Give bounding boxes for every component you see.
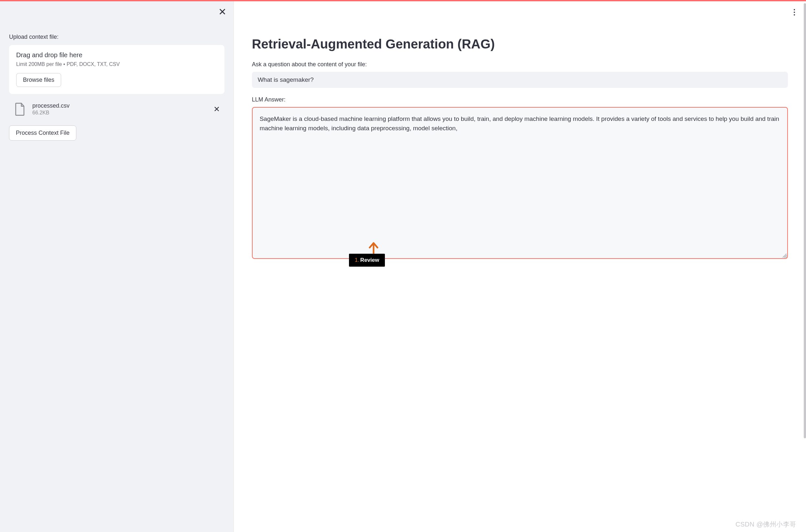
dropzone-hint: Limit 200MB per file • PDF, DOCX, TXT, C… <box>16 61 217 67</box>
answer-label: LLM Answer: <box>252 96 788 103</box>
app-menu-button[interactable] <box>792 7 797 17</box>
annotation-number: 1. <box>355 257 359 263</box>
main-content: Retrieval-Augmented Generation (RAG) Ask… <box>234 1 806 532</box>
uploaded-file-row: processed.csv 66.2KB ✕ <box>9 102 224 116</box>
close-sidebar-button[interactable]: ✕ <box>218 7 226 17</box>
process-context-button[interactable]: Process Context File <box>9 126 76 140</box>
page-title: Retrieval-Augmented Generation (RAG) <box>252 37 788 51</box>
kebab-icon <box>794 12 795 13</box>
kebab-icon <box>794 9 795 10</box>
scrollbar[interactable] <box>804 3 806 438</box>
upload-dropzone[interactable]: Drag and drop file here Limit 200MB per … <box>9 45 224 94</box>
file-size: 66.2KB <box>32 110 210 116</box>
question-input[interactable] <box>252 72 788 88</box>
kebab-icon <box>794 14 795 16</box>
file-meta: processed.csv 66.2KB <box>32 102 210 116</box>
answer-textarea[interactable]: SageMaker is a cloud-based machine learn… <box>252 107 788 259</box>
close-icon: ✕ <box>214 105 220 113</box>
annotation-label: 1.Review <box>349 254 385 267</box>
answer-wrapper: SageMaker is a cloud-based machine learn… <box>252 107 788 259</box>
watermark: CSDN @佛州小李哥 <box>735 520 796 529</box>
file-icon <box>15 103 25 116</box>
annotation-text: Review <box>360 257 379 263</box>
question-label: Ask a question about the content of your… <box>252 61 788 68</box>
sidebar: ✕ Upload context file: Drag and drop fil… <box>0 1 234 532</box>
browse-files-button[interactable]: Browse files <box>16 73 61 87</box>
dropzone-title: Drag and drop file here <box>16 51 217 59</box>
app-root: ✕ Upload context file: Drag and drop fil… <box>0 0 806 532</box>
remove-file-button[interactable]: ✕ <box>210 103 223 115</box>
file-name: processed.csv <box>32 102 210 109</box>
upload-label: Upload context file: <box>9 34 224 40</box>
close-icon: ✕ <box>218 6 226 17</box>
